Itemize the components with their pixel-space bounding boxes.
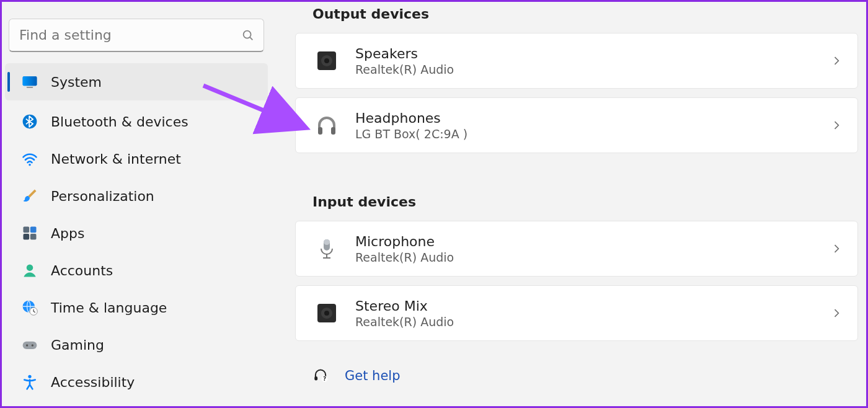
svg-rect-22 — [331, 127, 335, 135]
help-icon: ? — [312, 366, 329, 385]
sidebar-item-time[interactable]: Time & language — [5, 289, 268, 326]
device-subtitle: Realtek(R) Audio — [355, 63, 830, 76]
chevron-right-icon — [830, 55, 843, 67]
mic-icon — [314, 236, 339, 261]
accessibility-icon — [21, 373, 38, 391]
chevron-right-icon — [830, 307, 843, 319]
device-title: Headphones — [355, 110, 830, 126]
device-subtitle: LG BT Box( 2C:9A ) — [355, 127, 830, 141]
device-row-stereomix[interactable]: Stereo Mix Realtek(R) Audio — [295, 285, 858, 341]
device-title: Speakers — [355, 46, 830, 61]
sidebar-item-bluetooth[interactable]: Bluetooth & devices — [5, 103, 268, 140]
help-row: ? Get help — [312, 366, 858, 385]
globe-clock-icon — [21, 299, 38, 316]
sidebar-item-label: Bluetooth & devices — [51, 114, 188, 130]
sidebar-item-label: Time & language — [51, 300, 167, 316]
svg-point-11 — [27, 264, 33, 271]
sidebar-item-network[interactable]: Network & internet — [5, 140, 268, 177]
brush-icon — [21, 187, 38, 205]
chevron-right-icon — [830, 242, 843, 255]
svg-rect-8 — [30, 227, 37, 233]
display-icon — [21, 73, 38, 91]
sidebar-item-apps[interactable]: Apps — [5, 215, 268, 252]
nav: System Bluetooth & devices Network & int… — [0, 63, 273, 401]
svg-rect-9 — [24, 234, 30, 240]
device-subtitle: Realtek(R) Audio — [355, 315, 830, 329]
device-row-microphone[interactable]: Microphone Realtek(R) Audio — [295, 221, 858, 277]
sidebar-item-label: Personalization — [51, 188, 154, 204]
wifi-icon — [21, 150, 38, 167]
gamepad-icon — [21, 336, 38, 353]
sidebar-item-label: Gaming — [51, 337, 104, 353]
speaker-icon — [314, 48, 339, 73]
get-help-link[interactable]: Get help — [345, 368, 401, 383]
svg-rect-14 — [23, 342, 37, 349]
sidebar-item-personalization[interactable]: Personalization — [5, 177, 268, 215]
search-icon — [241, 29, 255, 42]
svg-rect-24 — [324, 239, 330, 245]
search-box[interactable] — [9, 19, 264, 52]
device-title: Microphone — [355, 234, 830, 249]
svg-text:?: ? — [323, 376, 326, 382]
headphones-icon — [314, 113, 339, 138]
svg-rect-30 — [314, 376, 317, 381]
speaker-icon — [314, 301, 339, 326]
sidebar-item-accounts[interactable]: Accounts — [5, 252, 268, 289]
svg-rect-21 — [318, 127, 322, 135]
svg-point-0 — [244, 30, 251, 38]
svg-point-29 — [324, 311, 329, 316]
sidebar-item-accessibility[interactable]: Accessibility — [5, 363, 268, 401]
apps-icon — [21, 224, 38, 242]
svg-rect-3 — [23, 76, 37, 86]
sidebar-item-system[interactable]: System — [5, 63, 268, 100]
svg-rect-7 — [24, 227, 30, 233]
svg-point-16 — [32, 344, 34, 347]
section-title-input: Input devices — [312, 194, 858, 210]
svg-line-1 — [250, 37, 252, 39]
sidebar-item-label: Accounts — [51, 263, 113, 278]
device-row-speakers[interactable]: Speakers Realtek(R) Audio — [295, 33, 858, 89]
sidebar: System Bluetooth & devices Network & int… — [0, 0, 273, 408]
section-title-output: Output devices — [312, 6, 858, 22]
person-icon — [21, 262, 38, 279]
content: Output devices Speakers Realtek(R) Audio… — [295, 0, 858, 408]
sidebar-item-gaming[interactable]: Gaming — [5, 326, 268, 363]
sidebar-item-label: Network & internet — [51, 151, 181, 167]
svg-point-6 — [29, 164, 31, 166]
bluetooth-icon — [21, 113, 38, 130]
svg-point-20 — [324, 58, 329, 63]
chevron-right-icon — [830, 119, 843, 131]
sidebar-item-label: Apps — [51, 226, 84, 241]
sidebar-item-label: Accessibility — [51, 375, 135, 390]
svg-point-17 — [28, 375, 31, 378]
device-subtitle: Realtek(R) Audio — [355, 251, 830, 264]
sidebar-item-label: System — [51, 74, 102, 90]
device-row-headphones[interactable]: Headphones LG BT Box( 2C:9A ) — [295, 97, 858, 153]
search-input[interactable] — [18, 27, 241, 43]
svg-point-15 — [26, 344, 29, 347]
svg-rect-10 — [30, 234, 37, 240]
device-title: Stereo Mix — [355, 298, 830, 314]
svg-rect-4 — [27, 87, 33, 88]
